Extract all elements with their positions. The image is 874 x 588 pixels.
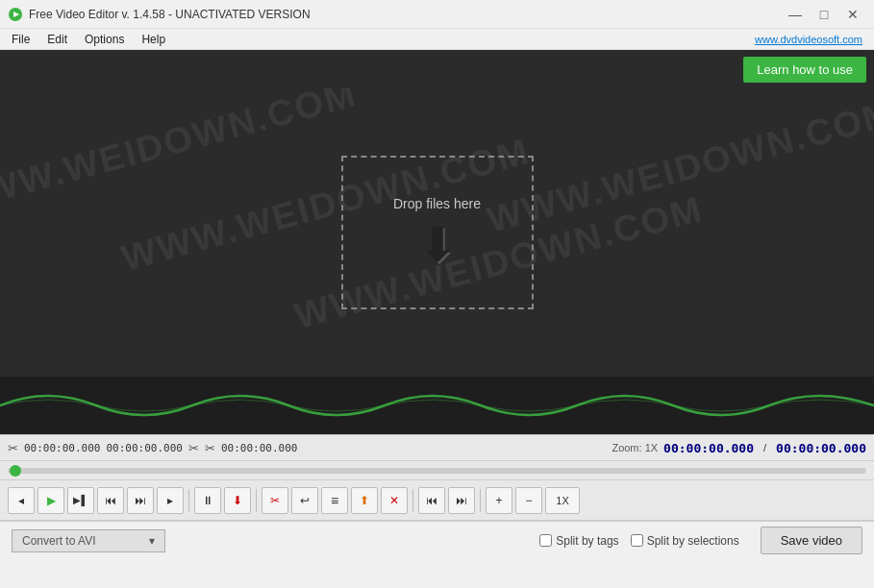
menu-bar: File Edit Options Help www.dvdvideosoft.… [0,29,874,50]
website-link[interactable]: www.dvdvideosoft.com [747,34,870,45]
export-button[interactable]: ⬆ [351,487,378,514]
cut-button[interactable]: ✂ [262,487,288,514]
bottom-row: Convert to AVI ▾ Split by tags Split by … [0,521,874,559]
close-button[interactable]: ✕ [839,1,866,28]
split-by-selections-label[interactable]: Split by selections [631,534,739,548]
time-position: 00:00:00.000 [663,441,754,455]
split-by-tags-label[interactable]: Split by tags [539,534,618,548]
time-separator: / [763,442,766,453]
time-start: 00:00:00.000 [24,442,100,454]
drop-arrow-icon: ⬇ [417,221,458,269]
zoom-in-button[interactable]: + [486,487,512,514]
title-bar: Free Video Editor v. 1.4.58 - UNACTIVATE… [0,0,874,29]
pause-button[interactable]: ⏸ [194,487,221,514]
learn-how-to-use-button[interactable]: Learn how to use [743,57,866,83]
waveform-svg [0,377,874,434]
menu-help[interactable]: Help [134,29,173,49]
back-step-button[interactable]: ◂ [8,487,35,514]
convert-dropdown[interactable]: Convert to AVI ▾ [12,529,165,552]
save-video-button[interactable]: Save video [761,527,862,554]
separator-3 [412,489,413,512]
drop-files-label: Drop files here [393,196,481,211]
drop-zone[interactable]: Drop files here ⬇ [341,156,534,309]
zoom-out-button[interactable]: − [515,487,542,514]
timeline-bar: ✂ 00:00:00.000 00:00:00.000 ✂ ✂ 00:00:00… [0,434,874,461]
checkbox-area: Split by tags Split by selections Save v… [539,527,862,554]
video-area: WWW.WEIDOWN.COM WWW.WEIDOWN.COM WWW.WEID… [0,88,874,377]
play-button[interactable]: ▶ [37,487,64,514]
separator-2 [256,489,257,512]
watermark-4: WWW.WEIDOWN.COM [483,92,874,241]
waveform-area [0,377,874,434]
zoom-label: Zoom: 1X [612,442,658,453]
window-controls: — □ ✕ [782,1,866,28]
effects-button[interactable]: ≡ [321,487,348,514]
play-to-end-button[interactable]: ▶▌ [67,487,94,514]
scrubber-track[interactable] [8,468,866,474]
app-title: Free Video Editor v. 1.4.58 - UNACTIVATE… [29,8,782,21]
minimize-button[interactable]: — [782,1,809,28]
scissors-middle-icon: ✂ [188,441,199,455]
scrubber-thumb[interactable] [10,465,21,477]
skip-to-end-button[interactable]: ⏭ [127,487,154,514]
time-total: 00:00:00.000 [776,441,866,455]
app-icon [8,7,23,22]
rotate-button[interactable]: ↩ [291,487,318,514]
separator-4 [480,489,481,512]
controls-row: ◂ ▶ ▶▌ ⏮ ⏭ ▸ ⏸ ⬇ ✂ ↩ ≡ ⬆ ✕ ⏮ ⏭ + − 1X [0,480,874,521]
skip-to-start-button[interactable]: ⏮ [97,487,124,514]
scissors-left-icon: ✂ [8,441,18,455]
zoom-reset-button[interactable]: 1X [545,487,580,514]
time-end: 00:00:00.000 [106,442,182,454]
forward-step-button[interactable]: ▸ [157,487,184,514]
remove-button[interactable]: ✕ [381,487,408,514]
split-by-tags-checkbox[interactable] [539,534,552,547]
go-start-marker-button[interactable]: ⏮ [418,487,445,514]
convert-label: Convert to AVI [22,534,95,548]
dropdown-arrow-icon: ▾ [149,534,155,548]
split-by-selections-checkbox[interactable] [631,534,643,547]
top-toolbar: Learn how to use [0,50,874,88]
watermark-1: WWW.WEIDOWN.COM [0,88,361,222]
scrubber-row[interactable] [0,461,874,480]
maximize-button[interactable]: □ [811,1,837,28]
menu-options[interactable]: Options [77,29,132,49]
mark-button[interactable]: ⬇ [224,487,251,514]
menu-file[interactable]: File [4,29,37,49]
menu-edit[interactable]: Edit [39,29,75,49]
separator-1 [188,489,189,512]
time-cut: 00:00:00.000 [221,442,297,454]
go-end-marker-button[interactable]: ⏭ [448,487,475,514]
scissors-right-icon: ✂ [205,441,215,455]
